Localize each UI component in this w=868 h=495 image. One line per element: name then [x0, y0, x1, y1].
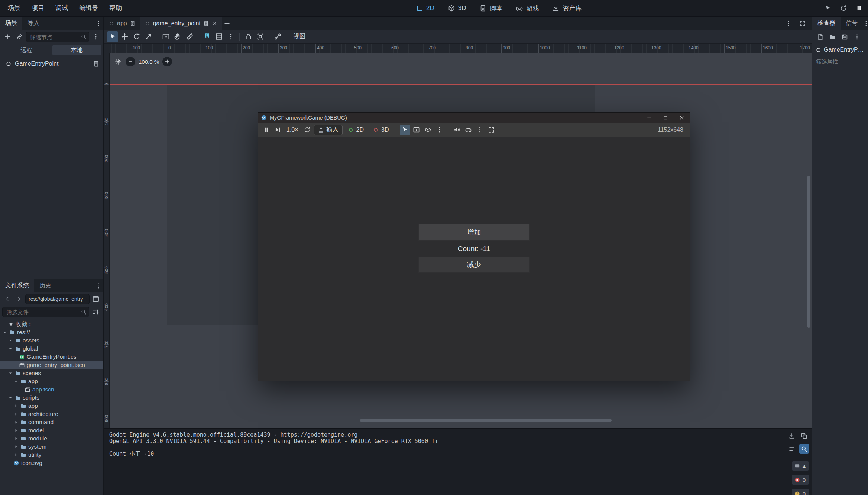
- filesystem-dock-tab-文件系统[interactable]: 文件系统: [0, 279, 34, 292]
- fs-item-GameEntryPoint.cs[interactable]: C#GameEntryPoint.cs: [0, 353, 103, 361]
- filesystem-dock-tabs-menu[interactable]: [94, 279, 103, 292]
- pause-game-button[interactable]: [854, 3, 864, 13]
- tree-collapse-icon[interactable]: [2, 330, 7, 335]
- fs-item-app[interactable]: app: [0, 377, 103, 385]
- tree-collapse-icon[interactable]: [8, 371, 13, 376]
- scene-dock-tab-导入[interactable]: 导入: [22, 17, 45, 30]
- workspace-资产库[interactable]: 资产库: [546, 0, 588, 16]
- tree-expand-icon[interactable]: [13, 420, 19, 425]
- embed-fullscreen-button[interactable]: [486, 125, 497, 135]
- new-scene-tab-button[interactable]: [222, 18, 232, 29]
- history-back-button[interactable]: [2, 294, 13, 304]
- pick-list-button[interactable]: [411, 125, 422, 135]
- attached-script-button[interactable]: [93, 61, 100, 67]
- tree-expand-icon[interactable]: [13, 411, 19, 417]
- fs-item-utility[interactable]: utility: [0, 451, 103, 459]
- next-frame-button[interactable]: [272, 125, 283, 135]
- canvas-tool-scale[interactable]: [143, 31, 154, 42]
- scene-tab-game_entry_point[interactable]: game_entry_point: [140, 17, 222, 30]
- remote-pick-button[interactable]: [823, 3, 833, 13]
- tree-expand-icon[interactable]: [13, 428, 19, 433]
- fs-item-app[interactable]: app: [0, 402, 103, 410]
- output-badge-1[interactable]: 0: [792, 475, 809, 485]
- close-button[interactable]: [674, 113, 690, 123]
- inspector-tab-检查器[interactable]: 检查器: [812, 17, 841, 30]
- distraction-free-mode-button[interactable]: [797, 18, 808, 29]
- close-tab-icon[interactable]: [212, 20, 217, 26]
- fs-item-game_entry_point.tscn[interactable]: game_entry_point.tscn: [0, 361, 103, 369]
- canvas-vertical-scrollbar[interactable]: [807, 176, 810, 328]
- history-forward-button[interactable]: [14, 294, 24, 304]
- zoom-out-button[interactable]: [126, 57, 135, 66]
- mute-audio-button[interactable]: [452, 125, 462, 135]
- fs-item-icon.svg[interactable]: icon.svg: [0, 459, 103, 467]
- fs-item-architecture[interactable]: architecture: [0, 410, 103, 418]
- inspector-folder-button[interactable]: [827, 32, 838, 42]
- menubar-menu-3[interactable]: 编辑器: [74, 0, 104, 16]
- fs-item-scripts[interactable]: scripts: [0, 394, 103, 402]
- tree-collapse-icon[interactable]: [8, 395, 13, 400]
- suspend-game-button[interactable]: [261, 125, 271, 135]
- inspector-tab-信号[interactable]: 信号: [841, 17, 863, 30]
- instantiate-scene-button[interactable]: [14, 32, 25, 42]
- debug-options-button[interactable]: [463, 125, 474, 135]
- pick-options-button[interactable]: [434, 125, 445, 135]
- canvas-tool-dots[interactable]: [225, 31, 236, 42]
- sort-files-button[interactable]: [91, 307, 101, 317]
- fs-item-module[interactable]: module: [0, 434, 103, 443]
- canvas-tool-move[interactable]: [119, 31, 130, 42]
- tree-expand-icon[interactable]: [13, 436, 19, 441]
- inspector-node-row[interactable]: GameEntryPoint: [812, 44, 868, 56]
- scene-node-GameEntryPoint[interactable]: GameEntryPoint: [0, 58, 103, 69]
- workspace-2D[interactable]: 2D: [409, 0, 441, 16]
- zoom-in-button[interactable]: [162, 57, 172, 66]
- fs-item-command[interactable]: command: [0, 418, 103, 426]
- canvas-tool-grid[interactable]: [213, 31, 224, 42]
- workspace-脚本[interactable]: 脚本: [473, 0, 509, 16]
- toggle-split-mode-button[interactable]: [91, 294, 101, 304]
- decrease-button[interactable]: 减少: [418, 257, 530, 273]
- fs-item-global[interactable]: global: [0, 345, 103, 353]
- scene-tree-menu-button[interactable]: [91, 32, 101, 42]
- zoom-level[interactable]: 100.0 %: [139, 59, 159, 65]
- menubar-menu-0[interactable]: 场景: [2, 0, 26, 16]
- tree-expand-icon[interactable]: [13, 452, 19, 457]
- filesystem-dock-tab-历史[interactable]: 历史: [34, 279, 56, 292]
- output-badge-2[interactable]: 0: [792, 489, 809, 495]
- scene-dock-tab-场景[interactable]: 场景: [0, 17, 22, 30]
- menubar-menu-2[interactable]: 调试: [50, 0, 74, 16]
- reset-speed-button[interactable]: [302, 125, 312, 135]
- local-button[interactable]: 本地: [52, 45, 102, 55]
- inspector-dots-button[interactable]: [852, 32, 862, 42]
- search-log-button[interactable]: [799, 444, 809, 454]
- canvas-tool-group[interactable]: [255, 31, 266, 42]
- tree-collapse-icon[interactable]: [8, 346, 13, 351]
- playback-speed[interactable]: 1.0×: [284, 127, 301, 133]
- save-log-button[interactable]: [787, 431, 797, 441]
- canvas-tool-rotate[interactable]: [131, 31, 142, 42]
- workspace-游戏[interactable]: 游戏: [509, 0, 545, 16]
- canvas-tool-pan[interactable]: [172, 31, 183, 42]
- tree-expand-icon[interactable]: [13, 403, 19, 408]
- restart-game-button[interactable]: [838, 3, 849, 13]
- remote-button[interactable]: 远程: [2, 45, 51, 55]
- more-options-button[interactable]: [475, 125, 485, 135]
- tree-collapse-icon[interactable]: [13, 379, 19, 384]
- inspector-tabs-menu[interactable]: [863, 17, 868, 30]
- scene-tab-app[interactable]: app: [104, 17, 140, 30]
- fs-item-assets[interactable]: assets: [0, 336, 103, 345]
- menubar-menu-4[interactable]: 帮助: [104, 0, 127, 16]
- add-node-button[interactable]: [2, 32, 13, 42]
- fs-item-res://[interactable]: res://: [0, 328, 103, 336]
- fs-item-model[interactable]: model: [0, 426, 103, 434]
- visibility-options-button[interactable]: [423, 125, 433, 135]
- output-badge-0[interactable]: 4: [792, 461, 809, 471]
- scene-tabs-menu-button[interactable]: [783, 18, 794, 29]
- tree-expand-icon[interactable]: [13, 444, 19, 449]
- scene-dock-tabs-menu[interactable]: [94, 17, 103, 30]
- wrap-lines-button[interactable]: [787, 444, 797, 454]
- fs-item-app.tscn[interactable]: app.tscn: [0, 385, 103, 394]
- inspector-file-button[interactable]: [815, 32, 825, 42]
- fs-item-scenes[interactable]: scenes: [0, 369, 103, 377]
- fs-item-system[interactable]: system: [0, 443, 103, 451]
